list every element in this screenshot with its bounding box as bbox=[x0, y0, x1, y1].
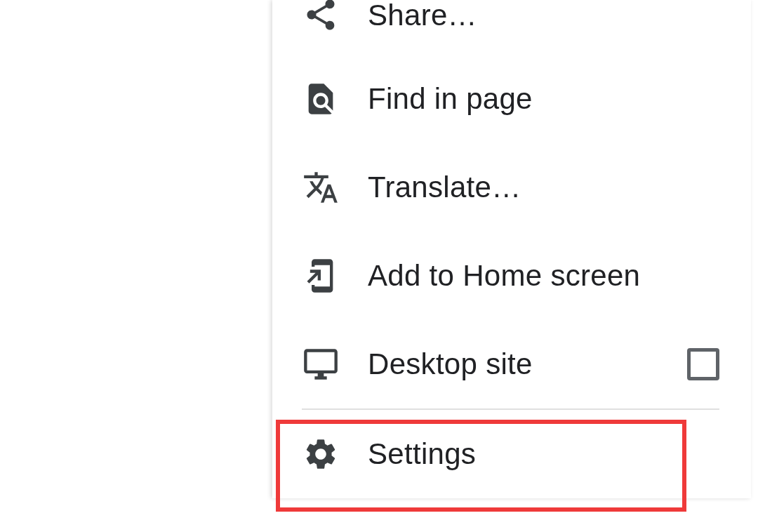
desktop-icon bbox=[302, 345, 340, 383]
menu-item-label: Translate… bbox=[368, 171, 719, 204]
desktop-site-checkbox[interactable] bbox=[687, 348, 719, 380]
menu-item-label: Add to Home screen bbox=[368, 259, 719, 293]
menu-item-share[interactable]: Share… bbox=[272, 0, 751, 55]
share-icon bbox=[302, 0, 340, 34]
menu-item-label: Find in page bbox=[368, 82, 719, 116]
menu-item-find-in-page[interactable]: Find in page bbox=[272, 55, 751, 143]
overflow-menu: Share… Find in page Translate… Add to Ho… bbox=[272, 0, 751, 498]
menu-item-label: Settings bbox=[368, 437, 719, 471]
menu-item-desktop-site[interactable]: Desktop site bbox=[272, 320, 751, 408]
menu-item-label: Desktop site bbox=[368, 347, 687, 381]
menu-item-settings[interactable]: Settings bbox=[272, 410, 751, 498]
menu-item-translate[interactable]: Translate… bbox=[272, 143, 751, 232]
menu-item-add-to-home[interactable]: Add to Home screen bbox=[272, 232, 751, 320]
translate-icon bbox=[302, 168, 340, 206]
add-to-home-icon bbox=[302, 257, 340, 295]
gear-icon bbox=[302, 435, 340, 473]
find-in-page-icon bbox=[302, 80, 340, 118]
menu-item-label: Share… bbox=[368, 0, 719, 32]
